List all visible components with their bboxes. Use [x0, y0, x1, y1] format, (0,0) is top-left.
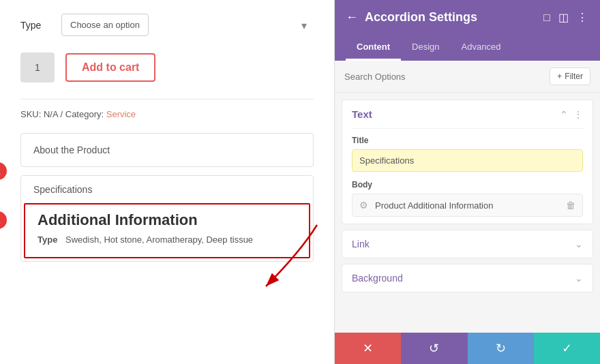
confirm-button[interactable]: ✓	[534, 333, 600, 364]
accordion-header-1: About the Product	[21, 134, 313, 166]
body-field-row: Body ⚙ Product Additional Information 🗑	[342, 176, 592, 224]
title-field-row: Title Specifications	[342, 129, 592, 176]
type-label: Type	[20, 20, 61, 31]
section-icons: ⌃ ⋮	[560, 109, 583, 120]
type-info-label: Type	[38, 234, 57, 245]
link-chevron-icon: ⌄	[575, 239, 583, 249]
category-link[interactable]: Service	[106, 109, 136, 119]
type-select[interactable]: Choose an option	[61, 14, 149, 36]
badge-1: 1	[0, 162, 7, 180]
cart-row: 1 Add to cart	[20, 52, 314, 82]
back-icon[interactable]: ←	[346, 10, 358, 25]
link-section-header[interactable]: Link ⌄	[342, 230, 592, 258]
link-section: Link ⌄	[342, 230, 593, 258]
fullscreen-icon[interactable]: □	[542, 10, 552, 25]
add-to-cart-button[interactable]: Add to cart	[65, 53, 155, 82]
left-panel: Type Choose an option 1 Add to cart SKU:…	[0, 0, 334, 364]
divider	[20, 99, 314, 100]
type-info-value: Swedish, Hot stone, Aromatherapy, Deep t…	[65, 234, 253, 245]
search-filter-row: + Filter	[335, 61, 600, 93]
quantity-box[interactable]: 1	[20, 52, 55, 82]
panel-title: Accordion Settings	[365, 10, 535, 25]
panel-footer: ✕ ↺ ↻ ✓	[335, 333, 600, 364]
more-icon[interactable]: ⋮	[575, 10, 589, 25]
undo-button[interactable]: ↺	[401, 333, 467, 364]
body-field-label: Body	[352, 180, 583, 189]
panel-body: + Filter Text ⌃ ⋮ Title Specificati	[335, 61, 600, 333]
body-item-text: Product Additional Information	[375, 200, 559, 211]
background-section: Background ⌄	[342, 264, 593, 292]
header-icons: □ ◫ ⋮	[542, 10, 589, 25]
section-more-icon[interactable]: ⋮	[573, 109, 583, 120]
specs-body: Additional Information Type Swedish, Hot…	[24, 203, 310, 258]
type-select-wrapper[interactable]: Choose an option	[61, 14, 314, 36]
background-chevron-icon: ⌄	[575, 273, 583, 284]
right-panel: ← Accordion Settings □ ◫ ⋮ Content Desig…	[334, 0, 600, 364]
specs-title: Specifications	[33, 184, 92, 195]
cancel-button[interactable]: ✕	[335, 333, 401, 364]
accordion-specs: Specifications Additional Information Ty…	[20, 175, 314, 262]
text-section: Text ⌃ ⋮ Title Specifications Body	[342, 100, 593, 224]
accordion-title-1: About the Product	[33, 145, 110, 155]
tab-design[interactable]: Design	[401, 35, 450, 61]
collapse-icon[interactable]: ⌃	[560, 109, 568, 120]
specs-header: Specifications	[21, 176, 313, 203]
background-section-header[interactable]: Background ⌄	[342, 264, 592, 292]
gear-icon: ⚙	[359, 200, 368, 211]
panel-tabs: Content Design Advanced	[335, 35, 600, 61]
sku-text: SKU: N/A / Category:	[20, 109, 104, 119]
title-field-label: Title	[352, 136, 583, 145]
split-icon[interactable]: ◫	[557, 10, 570, 25]
redo-button[interactable]: ↻	[468, 333, 534, 364]
sku-row: SKU: N/A / Category: Service	[20, 109, 314, 119]
specs-body-title: Additional Information	[38, 211, 297, 229]
type-row: Type Choose an option	[20, 14, 314, 36]
background-title: Background	[352, 273, 403, 284]
trash-icon[interactable]: 🗑	[566, 200, 575, 211]
search-input[interactable]	[344, 72, 544, 82]
type-info: Type Swedish, Hot stone, Aromatherapy, D…	[38, 234, 297, 245]
filter-icon: +	[557, 72, 562, 81]
link-title: Link	[352, 239, 370, 249]
title-field-value[interactable]: Specifications	[352, 149, 583, 172]
section-title: Text	[352, 108, 372, 120]
section-header: Text ⌃ ⋮	[342, 100, 592, 128]
filter-label: Filter	[565, 72, 583, 81]
tab-content[interactable]: Content	[346, 35, 401, 61]
body-item: ⚙ Product Additional Information 🗑	[352, 194, 583, 217]
panel-header: ← Accordion Settings □ ◫ ⋮	[335, 0, 600, 35]
tab-advanced[interactable]: Advanced	[451, 35, 512, 61]
badge-2: 2	[0, 211, 7, 229]
filter-button[interactable]: + Filter	[550, 67, 590, 85]
accordion-item-1[interactable]: About the Product	[20, 133, 314, 167]
